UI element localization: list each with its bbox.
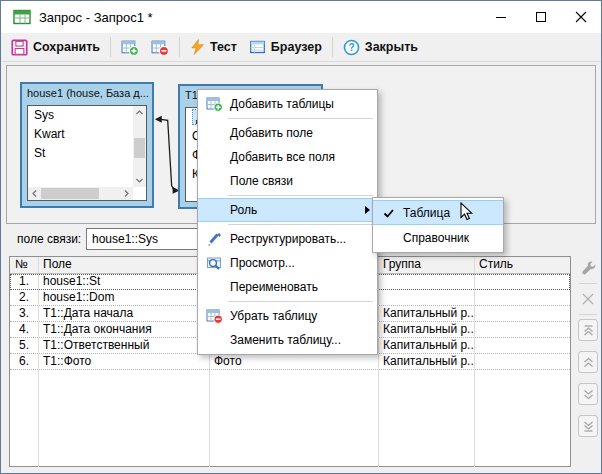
close-button[interactable] xyxy=(561,1,601,33)
cell-group: Капитальный р... xyxy=(379,322,475,337)
cell-group: Капитальный р... xyxy=(379,354,475,369)
settings-wrench-button[interactable] xyxy=(578,257,598,279)
cell-field: house1::Dom xyxy=(39,290,210,305)
chevron-bar-down-icon xyxy=(582,420,595,433)
mouse-cursor xyxy=(460,202,473,221)
menu-separator xyxy=(228,118,373,119)
table-box-house1[interactable]: house1 (house, База д... Sys Kwart St xyxy=(20,82,154,208)
close-icon xyxy=(575,11,587,23)
move-down-button[interactable] xyxy=(578,383,598,405)
clear-button[interactable] xyxy=(578,288,598,310)
table-box-house1-title[interactable]: house1 (house, База д... xyxy=(22,84,152,103)
cell-style xyxy=(475,306,570,321)
query-window: Запрос - Запрос1 * Сохранить xyxy=(0,0,602,474)
save-floppy-icon xyxy=(11,39,28,56)
toolbar-separator xyxy=(110,37,111,57)
remove-table-button[interactable] xyxy=(145,36,175,59)
cell-num: 5. xyxy=(10,338,39,353)
cell-field: Т1::Фото xyxy=(39,354,210,369)
side-separator xyxy=(579,283,597,284)
cell-style xyxy=(475,322,570,337)
chevron-bar-up-icon xyxy=(582,324,595,337)
test-button[interactable]: Тест xyxy=(184,36,243,58)
submenu-arrow-icon xyxy=(365,206,370,214)
field-item[interactable]: St xyxy=(28,144,146,163)
add-table-icon xyxy=(198,96,230,112)
menu-item-add-all-fields[interactable]: Добавить все поля xyxy=(198,145,377,169)
grid-empty-area[interactable] xyxy=(10,370,570,467)
cell-num: 1. xyxy=(10,274,39,289)
cell-field: house1::St xyxy=(39,274,210,289)
cell-group xyxy=(379,274,475,289)
test-label: Тест xyxy=(210,40,237,54)
menu-item-add-tables[interactable]: Добавить таблицы xyxy=(198,92,377,116)
close-query-label: Закрыть xyxy=(365,40,418,54)
maximize-icon xyxy=(536,12,546,22)
field-item[interactable]: Sys xyxy=(28,106,146,125)
col-header-field[interactable]: Поле xyxy=(39,257,210,273)
scroll-thumb[interactable] xyxy=(134,138,145,158)
cell-style xyxy=(475,274,570,289)
submenu-item-table[interactable]: Таблица xyxy=(373,200,503,225)
role-submenu: Таблица Справочник xyxy=(372,197,504,253)
move-last-button[interactable] xyxy=(578,415,598,437)
menu-item-replace-table[interactable]: Заменить таблицу... xyxy=(198,328,377,352)
col-header-group[interactable]: Группа xyxy=(379,257,475,273)
remove-table-icon xyxy=(151,39,169,56)
move-up-button[interactable] xyxy=(578,351,598,373)
scroll-up-button[interactable] xyxy=(133,106,146,119)
menu-separator xyxy=(228,195,373,196)
menu-item-restructure[interactable]: Реструктурировать... xyxy=(198,227,377,251)
add-table-button[interactable] xyxy=(115,36,145,59)
submenu-item-reference[interactable]: Справочник xyxy=(373,225,503,250)
app-table-icon xyxy=(13,9,31,25)
browser-table-icon xyxy=(249,39,266,55)
minimize-button[interactable] xyxy=(481,1,521,33)
browser-button[interactable]: Браузер xyxy=(243,36,328,58)
chevron-right-icon xyxy=(122,189,131,198)
cell-style xyxy=(475,290,570,305)
browser-label: Браузер xyxy=(271,40,322,54)
col-header-style[interactable]: Стиль xyxy=(475,257,570,273)
menu-item-preview[interactable]: Просмотр... xyxy=(198,251,377,275)
cell-field: Т1::Ответственный xyxy=(39,338,210,353)
menu-item-rename[interactable]: Переименовать xyxy=(198,275,377,299)
scroll-left-button[interactable] xyxy=(28,187,41,200)
col-header-num[interactable]: № xyxy=(10,257,39,273)
titlebar: Запрос - Запрос1 * xyxy=(1,1,601,33)
scroll-right-button[interactable] xyxy=(120,187,133,200)
vertical-scrollbar[interactable] xyxy=(133,106,146,187)
maximize-button[interactable] xyxy=(521,1,561,33)
link-field-label: поле связи: xyxy=(17,232,81,246)
menu-item-add-field[interactable]: Добавить поле xyxy=(198,121,377,145)
add-table-icon xyxy=(121,39,139,56)
cell-num: 2. xyxy=(10,290,39,305)
toolbar-separator xyxy=(179,37,180,57)
save-label: Сохранить xyxy=(33,40,100,54)
lightning-icon xyxy=(190,39,205,55)
move-first-button[interactable] xyxy=(578,319,598,341)
menu-separator xyxy=(228,224,373,225)
menu-item-role[interactable]: Роль xyxy=(198,198,377,222)
field-item[interactable]: Kwart xyxy=(28,125,146,144)
remove-table-icon xyxy=(198,308,230,324)
horizontal-scrollbar[interactable] xyxy=(28,187,133,200)
cell-field: Т1::Дата начала xyxy=(39,306,210,321)
main-toolbar: Сохранить Тес xyxy=(1,33,601,62)
table-row[interactable]: 6. Т1::Фото Фото Капитальный р... xyxy=(10,354,570,370)
menu-item-remove-table[interactable]: Убрать таблицу xyxy=(198,304,377,328)
chevron-left-icon xyxy=(30,189,39,198)
help-icon: ? xyxy=(343,39,360,56)
edit-pencil-icon xyxy=(198,231,230,247)
save-button[interactable]: Сохранить xyxy=(5,36,106,59)
link-field-input[interactable] xyxy=(86,228,207,250)
double-chevron-up-icon xyxy=(582,356,595,369)
menu-item-link-field[interactable]: Поле связи xyxy=(198,169,377,193)
scroll-thumb[interactable] xyxy=(41,188,99,199)
scroll-down-button[interactable] xyxy=(133,174,146,187)
close-query-button[interactable]: ? Закрыть xyxy=(337,36,424,59)
cell-title: Фото xyxy=(210,354,379,369)
cell-num: 4. xyxy=(10,322,39,337)
toolbar-separator xyxy=(332,37,333,57)
cell-field: Т1::Дата окончания xyxy=(39,322,210,337)
